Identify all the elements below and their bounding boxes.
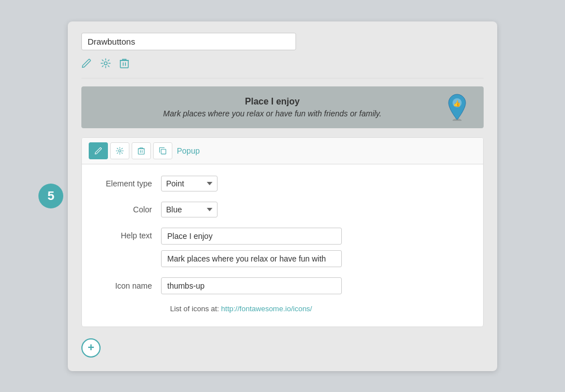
element-type-select[interactable]: Point Line Polygon	[161, 176, 218, 191]
main-container: 5 Place I enjoy Mark places where you r	[68, 21, 497, 371]
help-text-row: Help text	[99, 228, 466, 267]
icon-name-row: Icon name	[99, 277, 466, 294]
svg-rect-6	[138, 149, 145, 154]
step-badge: 5	[38, 184, 63, 208]
svg-rect-7	[161, 149, 166, 154]
title-input[interactable]	[81, 33, 296, 50]
color-select[interactable]: Blue Red Green Yellow Orange	[161, 202, 218, 217]
add-button[interactable]: +	[81, 338, 101, 358]
help-text-label: Help text	[99, 228, 161, 240]
help-text-desc-input[interactable]	[161, 250, 342, 267]
color-row: Color Blue Red Green Yellow Orange	[99, 202, 466, 217]
inner-card: Popup Element type Point Line Polygon Co…	[81, 137, 484, 327]
preview-description: Mark places where you relax or have fun …	[95, 109, 450, 118]
element-type-row: Element type Point Line Polygon	[99, 176, 466, 191]
map-pin-icon: 👍	[446, 94, 468, 121]
form-area: Element type Point Line Polygon Color Bl…	[82, 164, 483, 326]
svg-point-0	[104, 62, 107, 64]
icons-list-prefix: List of icons at:	[170, 304, 221, 313]
popup-link[interactable]: Popup	[177, 146, 199, 155]
inner-delete-button[interactable]	[132, 142, 151, 159]
delete-icon[interactable]	[120, 58, 129, 71]
add-icon: +	[88, 341, 94, 354]
preview-box: Place I enjoy Mark places where you rela…	[81, 86, 484, 128]
icon-name-label: Icon name	[99, 281, 161, 290]
help-text-inputs	[161, 228, 466, 267]
inner-settings-button[interactable]	[110, 142, 129, 159]
inner-toolbar: Popup	[82, 138, 483, 164]
icons-link-row: List of icons at: http://fontawesome.io/…	[99, 304, 466, 313]
svg-text:👍: 👍	[453, 99, 461, 107]
inner-copy-button[interactable]	[153, 142, 172, 159]
element-type-label: Element type	[99, 179, 161, 188]
settings-icon[interactable]	[101, 58, 111, 71]
inner-edit-button[interactable]	[89, 142, 108, 159]
icons-list-link[interactable]: http://fontawesome.io/icons/	[221, 304, 312, 313]
preview-title: Place I enjoy	[95, 97, 450, 107]
edit-icon[interactable]	[81, 58, 92, 71]
top-toolbar	[81, 58, 484, 79]
add-button-row: +	[81, 338, 484, 358]
icon-name-input[interactable]	[161, 277, 342, 294]
color-label: Color	[99, 205, 161, 214]
svg-point-5	[119, 149, 121, 151]
svg-rect-1	[120, 60, 128, 68]
help-text-title-input[interactable]	[161, 228, 342, 245]
